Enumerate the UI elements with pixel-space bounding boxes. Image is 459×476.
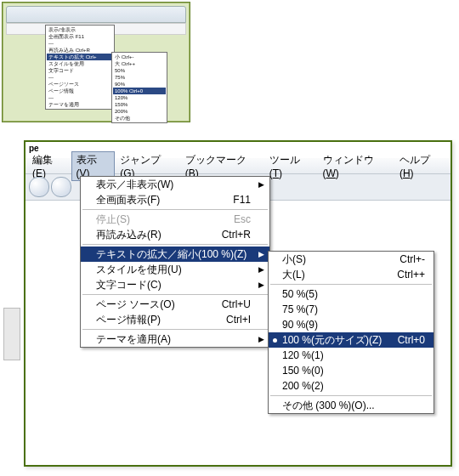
submenu-arrow-icon: ▶: [258, 335, 264, 343]
zoom-separator: [270, 395, 432, 396]
view-menu-item-0[interactable]: 表示／非表示(W)▶: [81, 177, 269, 192]
view-menu-label: 停止(S): [96, 212, 130, 227]
zoom-item-1[interactable]: 大(L)Ctrl++: [269, 267, 434, 282]
zoom-label: 大(L): [282, 268, 305, 282]
zoom-item-9[interactable]: 200 %(2): [269, 378, 434, 394]
zoom-label: 小(S): [282, 252, 306, 267]
radio-dot-icon: [273, 338, 277, 343]
view-menu-dropdown[interactable]: 表示／非表示(W)▶全画面表示(F)F11停止(S)Esc再読み込み(R)Ctr…: [80, 176, 270, 348]
view-menu-item-6[interactable]: テキストの拡大／縮小(100 %)(Z)▶: [81, 246, 269, 262]
submenu-arrow-icon: ▶: [258, 280, 264, 289]
zoom-label: 75 %(7): [282, 303, 318, 315]
view-menu-item-1[interactable]: 全画面表示(F)F11: [81, 192, 269, 207]
zoom-item-11[interactable]: その他 (300 %)(O)...: [269, 398, 434, 413]
view-menu-label: スタイルを使用(U): [96, 263, 182, 277]
thumbnail-window: 表示/非表示全画面表示 F11―再読み込み Ctrl+R テキストの拡大 Ctr…: [2, 2, 190, 122]
view-menu-label: テーマを適用(A): [96, 332, 171, 347]
shortcut-label: Esc: [234, 213, 251, 225]
view-menu-item-8[interactable]: 文字コード(C)▶: [81, 277, 269, 292]
zoom-label: 120 %(1): [282, 349, 324, 361]
background-window-fragment: [3, 308, 20, 360]
view-menu-separator: [82, 329, 268, 330]
thumb-submenu: 小 Ctrl+-大 Ctrl++50%75%90% 100% Ctrl+0120…: [111, 52, 167, 123]
menu-help[interactable]: ヘルプ(H): [394, 151, 449, 181]
zoom-label: 100 %(元のサイズ)(Z): [282, 333, 382, 348]
menu-tools[interactable]: ツール(T): [264, 151, 318, 181]
shortcut-label: Ctrl+I: [226, 314, 251, 326]
zoom-label: その他 (300 %)(O)...: [282, 399, 375, 413]
view-menu-item-4[interactable]: 再読み込み(R)Ctrl+R: [81, 227, 269, 242]
submenu-arrow-icon: ▶: [258, 180, 264, 189]
view-menu-separator: [82, 294, 268, 295]
view-menu-item-11[interactable]: ページ情報(P)Ctrl+I: [81, 312, 269, 327]
zoom-item-0[interactable]: 小(S)Ctrl+-: [269, 252, 434, 267]
zoom-item-7[interactable]: 120 %(1): [269, 348, 434, 363]
menubar[interactable]: 編集(E) 表示(V) ジャンプ(G) ブックマーク(B) ツール(T) ウィン…: [26, 157, 450, 174]
view-menu-label: 全画面表示(F): [96, 193, 160, 207]
zoom-label: 90 %(9): [282, 319, 318, 331]
view-menu-separator: [82, 244, 268, 245]
menu-edit[interactable]: 編集(E): [27, 151, 71, 181]
zoomed-window: pe 編集(E) 表示(V) ジャンプ(G) ブックマーク(B) ツール(T) …: [24, 140, 452, 467]
thumb-titlebar: [6, 6, 186, 23]
view-menu-label: 文字コード(C): [96, 278, 162, 292]
shortcut-label: Ctrl+0: [398, 334, 425, 346]
forward-button[interactable]: [51, 177, 71, 197]
submenu-arrow-icon: ▶: [258, 250, 264, 258]
zoom-item-5[interactable]: 90 %(9): [269, 317, 434, 332]
zoom-item-6[interactable]: 100 %(元のサイズ)(Z)Ctrl+0: [269, 332, 434, 348]
view-menu-item-3: 停止(S)Esc: [81, 212, 269, 227]
shortcut-label: Ctrl+R: [222, 229, 251, 241]
view-menu-label: テキストの拡大／縮小(100 %)(Z): [96, 247, 246, 262]
view-menu-item-10[interactable]: ページ ソース(O)Ctrl+U: [81, 297, 269, 312]
zoom-item-3[interactable]: 50 %(5): [269, 286, 434, 302]
thumb-menu: 表示/非表示全画面表示 F11―再読み込み Ctrl+R テキストの拡大 Ctr…: [45, 25, 115, 110]
menu-window[interactable]: ウィンドウ(W): [318, 151, 394, 181]
zoom-label: 150 %(0): [282, 365, 324, 377]
view-menu-label: ページ情報(P): [96, 313, 161, 327]
view-menu-item-13[interactable]: テーマを適用(A)▶: [81, 332, 269, 347]
zoom-label: 200 %(2): [282, 380, 324, 392]
view-menu-label: ページ ソース(O): [96, 298, 175, 312]
shortcut-label: F11: [233, 194, 251, 206]
zoom-submenu[interactable]: 小(S)Ctrl+-大(L)Ctrl++50 %(5)75 %(7)90 %(9…: [268, 251, 434, 414]
zoom-item-4[interactable]: 75 %(7): [269, 302, 434, 317]
view-menu-label: 再読み込み(R): [96, 228, 162, 242]
view-menu-label: 表示／非表示(W): [96, 178, 173, 192]
view-menu-separator: [82, 209, 268, 210]
shortcut-label: Ctrl+U: [222, 298, 251, 310]
back-button[interactable]: [29, 177, 49, 197]
shortcut-label: Ctrl++: [397, 269, 425, 280]
zoom-item-8[interactable]: 150 %(0): [269, 363, 434, 378]
zoom-label: 50 %(5): [282, 288, 318, 300]
view-menu-item-7[interactable]: スタイルを使用(U)▶: [81, 262, 269, 277]
zoom-separator: [270, 284, 432, 285]
shortcut-label: Ctrl+-: [400, 253, 425, 265]
submenu-arrow-icon: ▶: [258, 265, 264, 274]
